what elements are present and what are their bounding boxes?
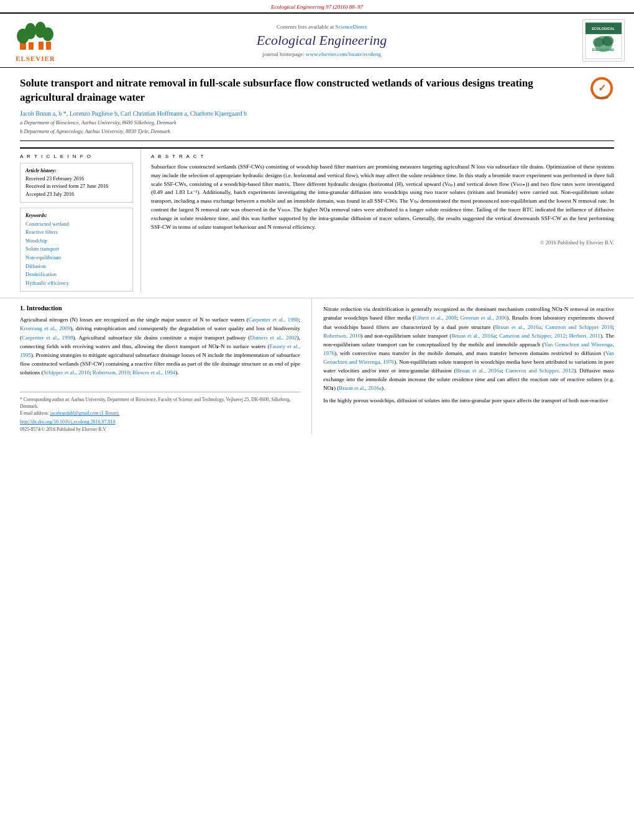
article-content: Solute transport and nitrate removal in … xyxy=(0,68,634,298)
affiliation-b: b Department of Agroecology, Aarhus Univ… xyxy=(20,128,579,136)
abstract-text: Subsurface flow constructed wetlands (SS… xyxy=(151,163,614,233)
ref-carpenter-1998[interactable]: Carpenter et al., 1998 xyxy=(249,316,299,323)
body-left-column: 1. Introduction Agricultural nitrogen (N… xyxy=(20,298,312,433)
corresponding-author-note: * Corresponding author at: Aarhus Univer… xyxy=(20,396,300,417)
email-link[interactable]: jacobruedahl@gmail.com (J. Bruun). xyxy=(50,410,120,416)
ref-blowes-1994[interactable]: Blowes et al., 1994 xyxy=(132,369,175,376)
intro-right-body: Nitrate reduction via denitrification is… xyxy=(323,305,614,404)
ref-schipper-2010[interactable]: Schipper et al., 2010 xyxy=(44,369,90,376)
ref-dinners-2002[interactable]: Dinners et al., 2002 xyxy=(250,335,297,341)
keyword-8: Hydraulic efficiency xyxy=(25,279,127,288)
footnote-block: * Corresponding author at: Aarhus Univer… xyxy=(20,392,300,433)
introduction-heading: 1. Introduction xyxy=(20,305,300,312)
authors-line: Jacob Bruun a, b *, Lorenzo Pugliese b, … xyxy=(20,110,579,117)
contents-link-text: Contents lists available at ScienceDirec… xyxy=(70,24,574,30)
article-info-block: Article history: Received 23 February 20… xyxy=(20,163,133,203)
ref-carpenter-1998b[interactable]: Carpenter et al., 1998 xyxy=(22,335,73,341)
ref-kronvang-2009[interactable]: Kronvang et al., 2009 xyxy=(20,325,70,331)
crossmark-icon: ✓ CrossMark xyxy=(590,76,613,100)
keyword-3: Woodchip xyxy=(25,237,127,246)
revised-date: Received in revised form 27 June 2016 xyxy=(25,182,127,190)
svg-point-2 xyxy=(25,23,36,39)
journal-title: Ecological Engineering xyxy=(70,32,574,48)
ref-robertson-2010b[interactable]: Robertson, 2010 xyxy=(323,333,361,339)
keyword-4: Solute transport xyxy=(25,245,127,254)
issn-line: 0925-8574/© 2016 Published by Elsevier B… xyxy=(20,426,300,433)
copyright-line: © 2016 Published by Elsevier B.V. xyxy=(151,237,614,246)
svg-rect-5 xyxy=(29,42,34,50)
eco-logo-svg: ECOLOGICAL ENGINEERING xyxy=(585,21,622,61)
keyword-5: Non-equilibrium xyxy=(25,254,127,262)
svg-text:CrossMark: CrossMark xyxy=(595,96,609,99)
ref-gibert-2008[interactable]: Gibert et al., 2008 xyxy=(415,315,457,321)
ref-fausey-1995[interactable]: Fausey et al., 1995 xyxy=(20,343,300,358)
article-history-label: Article history: xyxy=(25,167,127,175)
right-column: A B S T R A C T Subsurface flow construc… xyxy=(141,149,614,292)
elsevier-logo: ELSEVIER xyxy=(7,19,63,62)
homepage-link-line: journal homepage: www.elsevier.com/locat… xyxy=(70,51,574,57)
svg-rect-6 xyxy=(39,42,44,50)
svg-point-4 xyxy=(42,27,53,41)
journal-header: ELSEVIER Contents lists available at Sci… xyxy=(0,12,634,68)
journal-logo-right: ECOLOGICAL ENGINEERING xyxy=(580,19,627,62)
ref-van-genuchten-1976b[interactable]: Van Genuchten and Wierenga, 1976 xyxy=(323,350,614,365)
ref-herbert-2011[interactable]: Herbert, 2011 xyxy=(569,333,600,339)
keywords-label: Keywords: xyxy=(25,212,127,220)
affiliation-a: a Department of Bioscience, Aarhus Unive… xyxy=(20,119,579,127)
svg-rect-7 xyxy=(46,42,51,50)
elsevier-wordmark: ELSEVIER xyxy=(16,55,55,62)
keyword-1: Constructed wetland xyxy=(25,220,127,229)
intro-paragraph-right-2: In the highly porous woodchips, diffusio… xyxy=(323,396,614,405)
svg-point-14 xyxy=(602,35,613,46)
ref-cameron-2012[interactable]: Cameron and Schipper, 2012 xyxy=(499,333,566,339)
ref-greenan-2006[interactable]: Greenan et al., 2006 xyxy=(460,315,507,321)
journal-ref-text: Ecological Engineering 97 (2016) 88–97 xyxy=(271,4,363,10)
elsevier-tree-icon xyxy=(17,19,54,53)
ref-cameron-2010[interactable]: Cameron and Schipper 2010 xyxy=(545,324,612,330)
received-date: Received 23 February 2016 xyxy=(25,175,127,183)
intro-paragraph-right-1: Nitrate reduction via denitrification is… xyxy=(323,305,614,392)
abstract-section-label: A B S T R A C T xyxy=(151,154,614,159)
ref-bruun-2016a-d[interactable]: Bruun et al., 2016a xyxy=(339,385,382,391)
svg-text:ECOLOGICAL: ECOLOGICAL xyxy=(592,27,615,30)
page-wrapper: Ecological Engineering 97 (2016) 88–97 E… xyxy=(0,0,634,840)
accepted-date: Accepted 23 July 2016 xyxy=(25,190,127,198)
sciencedirect-link[interactable]: ScienceDirect xyxy=(336,24,367,30)
ref-van-genuchten-1976[interactable]: Van Genuchten and Wierenga, 1976 xyxy=(323,341,614,356)
doi-link[interactable]: http://dx.doi.org/10.1016/j.ecoleng.2016… xyxy=(20,419,300,425)
email-label: E-mail address: xyxy=(20,410,49,416)
introduction-body: Agricultural nitrogen (N) losses are rec… xyxy=(20,315,300,376)
ref-cameron-2012b[interactable]: Cameron and Schipper, 2012 xyxy=(506,367,574,374)
journal-homepage-link[interactable]: www.elsevier.com/locate/ecoleng xyxy=(306,51,381,57)
ref-bruun-2016a[interactable]: Bruun et al., 2016a xyxy=(495,324,541,330)
keyword-7: Denitrification xyxy=(25,270,127,279)
author-names: Jacob Bruun a, b *, Lorenzo Pugliese b, … xyxy=(20,110,247,117)
article-body: 1. Introduction Agricultural nitrogen (N… xyxy=(0,298,634,433)
keyword-6: Diffusion xyxy=(25,262,127,271)
ref-bruun-2016a-b[interactable]: Bruun et al., 2016a xyxy=(451,333,495,339)
title-text-block: Solute transport and nitrate removal in … xyxy=(20,76,579,136)
keywords-block: Keywords: Constructed wetland Reactive f… xyxy=(20,208,133,292)
intro-paragraph-1: Agricultural nitrogen (N) losses are rec… xyxy=(20,315,300,376)
article-title: Solute transport and nitrate removal in … xyxy=(20,76,579,105)
title-section: Solute transport and nitrate removal in … xyxy=(20,76,614,141)
left-column: A R T I C L E I N F O Article history: R… xyxy=(20,149,141,292)
body-right-column: Nitrate reduction via denitrification is… xyxy=(312,298,614,433)
crossmark-badge: ✓ CrossMark xyxy=(589,76,614,100)
ref-bruun-2016a-c[interactable]: Bruun et al., 2016a xyxy=(456,367,502,374)
keyword-2: Reactive filters xyxy=(25,228,127,237)
ref-robertson-2010[interactable]: Robertson, 2010 xyxy=(93,369,130,376)
eco-engineering-logo: ECOLOGICAL ENGINEERING xyxy=(582,19,625,62)
svg-text:✓: ✓ xyxy=(598,83,606,93)
article-info-label: A R T I C L E I N F O xyxy=(20,154,133,159)
journal-center-block: Contents lists available at ScienceDirec… xyxy=(70,24,574,57)
journal-reference-bar: Ecological Engineering 97 (2016) 88–97 xyxy=(0,0,634,12)
two-col-section: A R T I C L E I N F O Article history: R… xyxy=(20,147,614,292)
